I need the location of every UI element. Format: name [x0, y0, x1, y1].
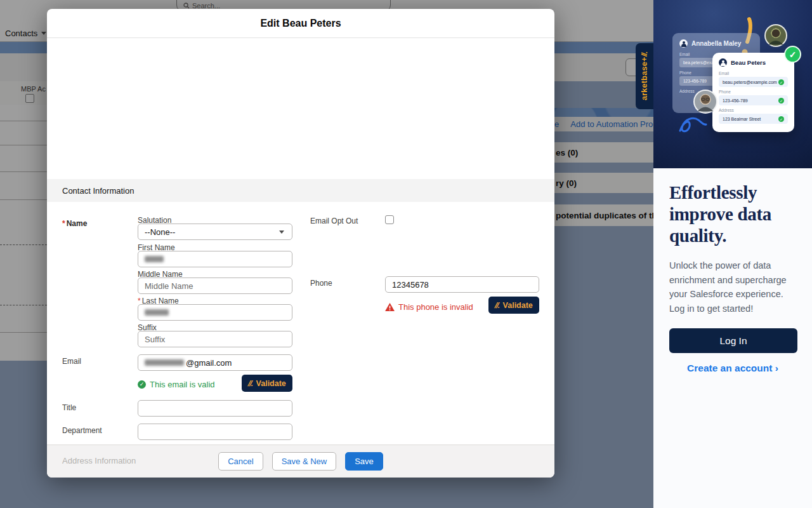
redacted-value	[145, 359, 184, 366]
check-icon: ✓	[138, 380, 146, 389]
sidebar-heading: Effortlessly improve data quality.	[669, 182, 804, 246]
warning-icon	[385, 303, 395, 311]
section-contact-information: Contact Information	[47, 179, 554, 202]
cancel-button[interactable]: Cancel	[218, 452, 263, 471]
field-label: Phone	[719, 90, 788, 94]
title-label: Title	[62, 403, 76, 412]
name-label: *Name	[62, 219, 87, 228]
sidebar-body-text: Unlock the power of data enrichment and …	[669, 258, 800, 316]
contact-card-front: Beau Peters Email beau.peters@example.co…	[712, 53, 794, 132]
field-value: beau.peters@example.com ✓	[719, 77, 788, 87]
edit-contact-modal: Edit Beau Peters Contact Information *Na…	[47, 9, 554, 478]
salutation-value: --None--	[145, 227, 175, 237]
create-account-link[interactable]: Create an account ›	[653, 363, 812, 374]
save-button[interactable]: Save	[345, 452, 383, 471]
department-label: Department	[62, 426, 102, 435]
chevron-down-icon	[279, 231, 284, 234]
modal-footer: Address Information Cancel Save & New Sa…	[47, 444, 554, 478]
email-opt-out-label: Email Opt Out	[310, 217, 358, 225]
check-icon: ✓	[778, 116, 784, 122]
field-label: Email	[719, 71, 788, 76]
phone-input[interactable]	[385, 276, 539, 293]
modal-title: Edit Beau Peters	[260, 18, 341, 29]
suffix-input[interactable]	[138, 331, 292, 347]
email-input[interactable]: @gmail.com	[138, 354, 292, 371]
screen: Search... Contacts MBP Ac e Add to Autom…	[0, 0, 812, 508]
field-label: Address	[719, 108, 788, 112]
check-icon: ✓	[778, 79, 784, 85]
modal-header: Edit Beau Peters	[47, 9, 554, 38]
verified-badge-icon: ✓	[784, 46, 801, 63]
phone-field[interactable]	[392, 280, 532, 290]
email-label: Email	[62, 357, 81, 366]
salutation-select[interactable]: --None--	[138, 224, 292, 240]
field-value: 123-456-789 ✓	[719, 95, 788, 105]
avatar-photo-woman	[764, 24, 787, 47]
contact-name: Beau Peters	[731, 59, 766, 66]
redacted-value	[145, 256, 164, 262]
log-in-button[interactable]: Log In	[669, 328, 797, 353]
department-input[interactable]	[138, 424, 292, 440]
marketbase-sidebar: Annabella Maley Email bea.peters@exa Pho…	[653, 0, 812, 508]
marketbase-logo-icon: //.	[639, 52, 649, 57]
title-input[interactable]	[138, 400, 292, 417]
squiggle-doodle-icon	[678, 114, 708, 136]
avatar-icon	[719, 58, 727, 67]
marketbase-logo-icon: //.	[494, 301, 500, 310]
email-valid-message: ✓ This email is valid	[138, 380, 215, 389]
title-field[interactable]	[145, 404, 285, 413]
validate-email-button[interactable]: //. Validate	[242, 375, 292, 392]
contact-name: Annabella Maley	[691, 40, 741, 47]
department-field[interactable]	[145, 427, 285, 437]
marketbase-panel-tab[interactable]: arketbase+//.	[636, 43, 653, 109]
email-opt-out-checkbox[interactable]	[385, 215, 394, 224]
brand-tab-text: arketbase+	[640, 57, 649, 100]
suffix-field[interactable]	[145, 335, 285, 344]
chevron-right-icon: ›	[775, 363, 778, 373]
marketbase-logo-icon: //.	[247, 379, 253, 388]
redacted-value	[145, 309, 169, 316]
avatar-photo-man	[693, 90, 717, 114]
save-and-new-button[interactable]: Save & New	[272, 452, 337, 471]
phone-label: Phone	[310, 279, 332, 288]
required-icon: *	[62, 219, 65, 228]
middle-name-field[interactable]	[145, 281, 285, 291]
email-domain: @gmail.com	[186, 358, 232, 368]
last-name-input[interactable]	[138, 304, 292, 321]
validate-phone-button[interactable]: //. Validate	[488, 297, 539, 314]
field-value: 123 Bealmar Street ✓	[719, 114, 788, 124]
sidebar-hero: Annabella Maley Email bea.peters@exa Pho…	[653, 0, 812, 168]
first-name-input[interactable]	[138, 251, 292, 267]
avatar-icon	[679, 39, 688, 48]
phone-invalid-message: This phone is invalid	[385, 302, 473, 312]
middle-name-input[interactable]	[138, 277, 292, 294]
check-icon: ✓	[778, 98, 784, 104]
